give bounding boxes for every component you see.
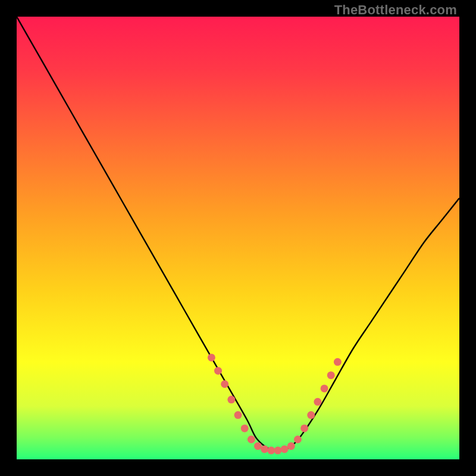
highlight-dot xyxy=(248,436,255,443)
highlight-dot xyxy=(334,358,342,366)
chart-frame xyxy=(17,17,459,459)
highlight-dot xyxy=(327,371,335,379)
highlight-dot xyxy=(314,398,321,406)
highlight-dot xyxy=(321,384,328,392)
highlight-dot xyxy=(267,447,275,455)
highlight-dot xyxy=(254,442,262,450)
chart-background xyxy=(17,17,459,459)
highlight-dot xyxy=(307,411,315,419)
highlight-dot xyxy=(274,447,281,455)
highlight-dot xyxy=(281,445,289,453)
highlight-dot xyxy=(294,436,302,443)
highlight-dot xyxy=(287,442,295,450)
highlight-dot xyxy=(214,367,222,375)
bottleneck-chart xyxy=(17,17,459,459)
highlight-dot xyxy=(300,424,308,432)
highlight-dot xyxy=(221,380,228,388)
watermark-text: TheBottleneck.com xyxy=(334,2,457,18)
highlight-dot xyxy=(241,424,249,432)
highlight-dot xyxy=(227,396,235,403)
highlight-dot xyxy=(208,353,215,361)
highlight-dot xyxy=(234,411,242,419)
highlight-dot xyxy=(261,445,268,453)
